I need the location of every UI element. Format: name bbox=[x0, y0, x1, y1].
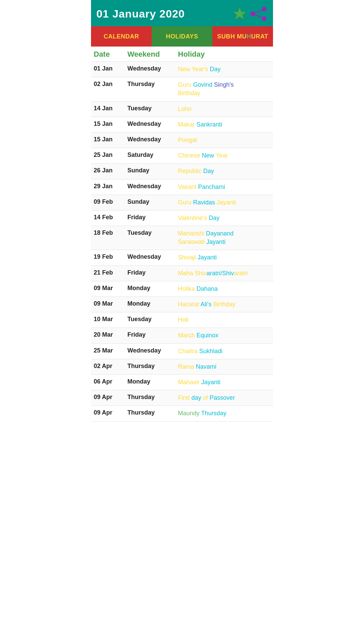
row-date: 26 Jan bbox=[94, 167, 127, 174]
row-holiday[interactable]: New Year's Day bbox=[178, 65, 270, 74]
row-holiday[interactable]: Maharishi DayanandSaraswati Jayanti bbox=[178, 229, 270, 246]
table-row: 02 Apr Thursday Rama Navami bbox=[91, 359, 273, 375]
tab-bar: CALENDAR HOLIDAYS SUBH MUHURAT bbox=[91, 26, 273, 47]
table-row: 21 Feb Friday Maha Shivaratri/Shivaratri bbox=[91, 266, 273, 281]
row-day: Friday bbox=[127, 269, 178, 276]
table-row: 10 Mar Tuesday Holi bbox=[91, 312, 273, 328]
row-date: 20 Mar bbox=[94, 331, 127, 338]
table-row: 09 Mar Monday Hazarat Ali's Birthday bbox=[91, 297, 273, 312]
table-row: 25 Jan Saturday Chinese New Year bbox=[91, 148, 273, 164]
row-date: 06 Apr bbox=[94, 378, 127, 385]
table-row: 09 Feb Sunday Guru Ravidas Jayanti bbox=[91, 195, 273, 210]
table-row: 09 Apr Thursday First day of Passover bbox=[91, 390, 273, 406]
table-row: 19 Feb Wednesday Shivaji Jayanti bbox=[91, 250, 273, 265]
row-holiday[interactable]: Mahavir Jayanti bbox=[178, 378, 270, 387]
row-day: Thursday bbox=[127, 363, 178, 370]
row-holiday[interactable]: March Equinox bbox=[178, 331, 270, 340]
row-date: 19 Feb bbox=[94, 253, 127, 260]
row-holiday[interactable]: Maundy Thursday bbox=[178, 409, 270, 418]
row-date: 18 Feb bbox=[94, 229, 127, 236]
row-date: 09 Mar bbox=[94, 285, 127, 292]
table-row: 09 Mar Monday Holika Dahana bbox=[91, 281, 273, 297]
row-day: Sunday bbox=[127, 167, 178, 174]
row-date: 29 Jan bbox=[94, 183, 127, 190]
row-day: Wednesday bbox=[127, 253, 178, 260]
row-day: Saturday bbox=[127, 151, 178, 159]
row-holiday[interactable]: Chaitra Sukhladi bbox=[178, 347, 270, 356]
row-holiday[interactable]: Shivaji Jayanti bbox=[178, 253, 270, 262]
svg-marker-0 bbox=[233, 7, 246, 20]
row-date: 15 Jan bbox=[94, 136, 127, 143]
row-holiday[interactable]: Guru Govind Singh'sBirthday bbox=[178, 81, 270, 97]
row-day: Monday bbox=[127, 285, 178, 292]
tab-holidays[interactable]: HOLIDAYS bbox=[152, 26, 212, 47]
row-date: 02 Jan bbox=[94, 81, 127, 88]
row-day: Wednesday bbox=[127, 120, 178, 128]
share-icon[interactable] bbox=[249, 6, 268, 21]
row-date: 25 Jan bbox=[94, 151, 127, 159]
row-day: Tuesday bbox=[127, 105, 178, 112]
table-row: 25 Mar Wednesday Chaitra Sukhladi bbox=[91, 344, 273, 359]
row-date: 14 Jan bbox=[94, 105, 127, 112]
table-row: 26 Jan Sunday Republic Day bbox=[91, 164, 273, 179]
row-date: 09 Apr bbox=[94, 394, 127, 401]
svg-line-4 bbox=[253, 9, 264, 14]
row-holiday[interactable]: Chinese New Year bbox=[178, 151, 270, 160]
row-holiday[interactable]: Makar Sankranti bbox=[178, 120, 270, 129]
row-date: 01 Jan bbox=[94, 65, 127, 72]
row-day: Friday bbox=[127, 331, 178, 338]
row-holiday[interactable]: Holika Dahana bbox=[178, 285, 270, 293]
row-day: Friday bbox=[127, 214, 178, 221]
row-day: Wednesday bbox=[127, 136, 178, 143]
table-row: 29 Jan Wednesday Vasant Panchami bbox=[91, 179, 273, 195]
table-row: 06 Apr Monday Mahavir Jayanti bbox=[91, 375, 273, 390]
row-day: Thursday bbox=[127, 394, 178, 401]
app-header: 01 January 2020 bbox=[91, 0, 273, 26]
row-holiday[interactable]: Valentine's Day bbox=[178, 214, 270, 222]
row-day: Wednesday bbox=[127, 183, 178, 190]
row-date: 15 Jan bbox=[94, 120, 127, 128]
col-header-day: Weekend bbox=[127, 50, 178, 59]
row-date: 09 Apr bbox=[94, 409, 127, 416]
row-holiday[interactable]: Maha Shivaratri/Shivaratri bbox=[178, 269, 270, 278]
table-row: 15 Jan Wednesday Pongal bbox=[91, 133, 273, 148]
table-row: 15 Jan Wednesday Makar Sankranti bbox=[91, 117, 273, 133]
row-day: Thursday bbox=[127, 81, 178, 88]
col-header-holiday: Holiday bbox=[178, 50, 270, 59]
row-holiday[interactable]: First day of Passover bbox=[178, 394, 270, 402]
star-icon[interactable] bbox=[232, 6, 247, 22]
row-day: Monday bbox=[127, 300, 178, 307]
row-date: 09 Feb bbox=[94, 198, 127, 205]
row-day: Thursday bbox=[127, 409, 178, 416]
row-holiday[interactable]: Lohri bbox=[178, 105, 270, 113]
tab-muhurat[interactable]: SUBH MUHURAT bbox=[212, 26, 273, 47]
table-row: 18 Feb Tuesday Maharishi DayanandSaraswa… bbox=[91, 226, 273, 250]
row-holiday[interactable]: Hazarat Ali's Birthday bbox=[178, 300, 270, 309]
row-date: 10 Mar bbox=[94, 316, 127, 323]
table-header: Date Weekend Holiday bbox=[91, 47, 273, 62]
table-row: 20 Mar Friday March Equinox bbox=[91, 328, 273, 343]
table-row: 14 Feb Friday Valentine's Day bbox=[91, 210, 273, 226]
row-holiday[interactable]: Holi bbox=[178, 316, 270, 324]
row-day: Sunday bbox=[127, 198, 178, 205]
row-holiday[interactable]: Pongal bbox=[178, 136, 270, 144]
svg-line-5 bbox=[253, 14, 264, 19]
row-date: 25 Mar bbox=[94, 347, 127, 354]
row-day: Wednesday bbox=[127, 347, 178, 354]
row-date: 21 Feb bbox=[94, 269, 127, 276]
row-date: 02 Apr bbox=[94, 363, 127, 370]
row-date: 09 Mar bbox=[94, 300, 127, 307]
col-header-date: Date bbox=[94, 50, 127, 59]
table-row: 01 Jan Wednesday New Year's Day bbox=[91, 62, 273, 77]
row-day: Monday bbox=[127, 378, 178, 385]
row-holiday[interactable]: Guru Ravidas Jayanti bbox=[178, 198, 270, 207]
row-holiday[interactable]: Vasant Panchami bbox=[178, 183, 270, 191]
tab-calendar[interactable]: CALENDAR bbox=[91, 26, 152, 47]
header-title: 01 January 2020 bbox=[96, 8, 185, 20]
row-holiday[interactable]: Republic Day bbox=[178, 167, 270, 175]
table-row: 14 Jan Tuesday Lohri bbox=[91, 102, 273, 117]
row-date: 14 Feb bbox=[94, 214, 127, 221]
row-holiday[interactable]: Rama Navami bbox=[178, 363, 270, 371]
table-body: 01 Jan Wednesday New Year's Day 02 Jan T… bbox=[91, 62, 273, 422]
header-icons bbox=[232, 6, 268, 22]
